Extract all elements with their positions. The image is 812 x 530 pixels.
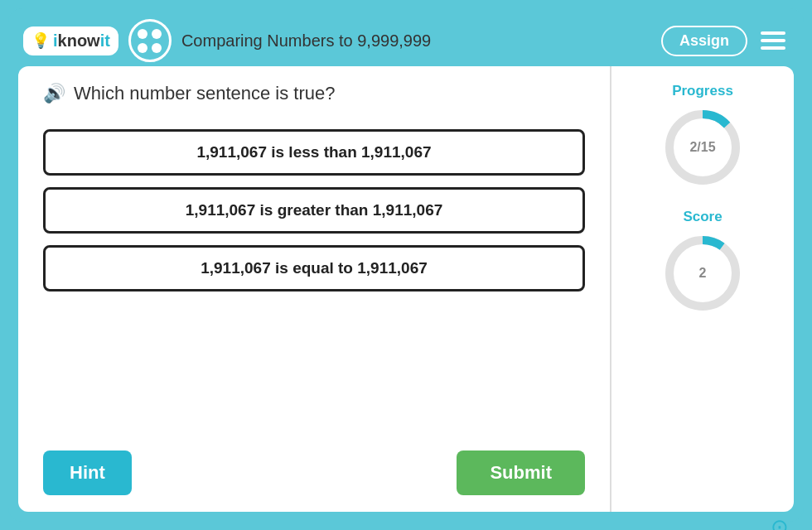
speaker-icon[interactable]: 🔊 [43, 83, 65, 104]
submit-button[interactable]: Submit [457, 450, 585, 495]
hamburger-line-3 [761, 46, 785, 50]
score-section: Score 2 [661, 209, 744, 315]
answer-option-2[interactable]: 1,911,067 is greater than 1,911,067 [43, 187, 585, 234]
bottom-buttons: Hint Submit [43, 450, 585, 495]
header: 💡 iknowit Comparing Numbers to 9,999,999… [15, 15, 797, 66]
score-value: 2 [699, 266, 707, 281]
nav-arrow-icon[interactable]: ⊙ [771, 514, 789, 530]
progress-section: Progress 2/15 [661, 83, 744, 189]
answer-option-1[interactable]: 1,911,067 is less than 1,911,067 [43, 129, 585, 176]
lesson-title: Comparing Numbers to 9,999,999 [181, 31, 651, 51]
bulb-icon: 💡 [31, 31, 50, 50]
question-text: Which number sentence is true? [74, 83, 336, 104]
hamburger-line-1 [761, 31, 785, 35]
score-chart: 2 [661, 232, 744, 315]
logo: 💡 iknowit [23, 26, 118, 55]
answer-option-3[interactable]: 1,911,067 is equal to 1,911,067 [43, 245, 585, 292]
question-header: 🔊 Which number sentence is true? [43, 83, 585, 104]
main-content: 🔊 Which number sentence is true? 1,911,0… [18, 66, 794, 512]
logo-text: iknowit [53, 31, 110, 51]
menu-button[interactable] [757, 28, 789, 53]
left-panel: 🔊 Which number sentence is true? 1,911,0… [18, 66, 611, 512]
hint-button[interactable]: Hint [43, 450, 132, 495]
answers-container: 1,911,067 is less than 1,911,067 1,911,0… [43, 129, 585, 434]
app-container: 💡 iknowit Comparing Numbers to 9,999,999… [8, 8, 804, 522]
progress-label: Progress [672, 83, 733, 99]
progress-chart: 2/15 [661, 106, 744, 189]
right-panel: Progress 2/15 Score 2 [611, 66, 794, 512]
score-label: Score [683, 209, 722, 225]
hamburger-line-2 [761, 39, 785, 42]
assign-button[interactable]: Assign [661, 26, 747, 56]
progress-value: 2/15 [689, 140, 715, 155]
film-icon [128, 19, 172, 62]
